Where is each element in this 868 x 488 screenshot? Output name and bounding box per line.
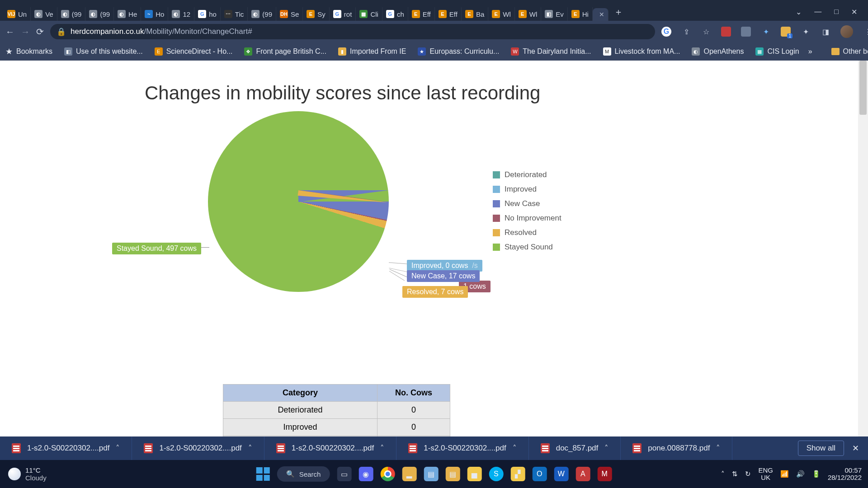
app-icon[interactable]: ▤ <box>424 467 438 481</box>
downloads-close-icon[interactable]: ✕ <box>852 443 859 453</box>
download-item[interactable]: 1-s2.0-S00220302....pdf˄ <box>396 436 528 460</box>
extension-icon[interactable]: 1 <box>781 27 791 37</box>
browser-tab[interactable]: ~Ho <box>141 7 168 21</box>
weather-cond: Cloudy <box>25 474 47 482</box>
task-view-icon[interactable]: ▭ <box>337 467 351 481</box>
browser-tab[interactable]: EWl <box>488 7 515 21</box>
browser-tab[interactable]: ESy <box>303 7 330 21</box>
legend-swatch <box>493 171 500 178</box>
word-icon[interactable]: W <box>554 467 568 481</box>
extension-icon[interactable] <box>721 27 731 37</box>
bookmark-item[interactable]: ◧Use of this website... <box>64 47 143 56</box>
download-item[interactable]: 1-s2.0-S00220302....pdf˄ <box>264 436 396 460</box>
bookmark-star-icon[interactable]: ☆ <box>701 27 711 37</box>
chevron-up-icon[interactable]: ˄ <box>604 444 609 453</box>
extension-icon[interactable] <box>741 27 751 37</box>
chevron-up-icon[interactable]: ˄ <box>380 444 384 453</box>
skype-icon[interactable]: S <box>489 467 503 481</box>
taskbar-clock[interactable]: 00:5728/12/2022 <box>828 467 862 482</box>
sticky-notes-icon[interactable]: ▅ <box>467 467 481 481</box>
chevron-up-icon[interactable]: ˄ <box>513 444 517 453</box>
browser-tab[interactable]: EWl <box>515 7 542 21</box>
sidepanel-icon[interactable]: ◨ <box>821 27 830 37</box>
download-item[interactable]: 1-s2.0-S00220302....pdf˄ <box>0 436 132 460</box>
browser-tab[interactable]: EHi <box>568 7 593 21</box>
nav-back-button[interactable]: ← <box>5 27 14 37</box>
chevron-up-icon[interactable]: ˄ <box>116 444 120 453</box>
acrobat-icon[interactable]: A <box>576 467 590 481</box>
tray-icon[interactable]: ⇅ <box>732 470 738 478</box>
browser-tab[interactable]: Grot <box>330 7 356 21</box>
browser-tab[interactable]: EEff <box>408 7 435 21</box>
vertical-scrollbar[interactable] <box>858 61 868 488</box>
wifi-icon[interactable]: 📶 <box>780 470 789 478</box>
app-icon[interactable]: ▤ <box>445 467 460 481</box>
chevron-up-icon[interactable]: ˄ <box>248 444 252 453</box>
language-indicator[interactable]: ENGUK <box>758 467 773 482</box>
browser-tab[interactable]: Gho <box>194 7 221 21</box>
close-tab-icon[interactable]: ✕ <box>599 11 604 18</box>
browser-tab[interactable]: ◐He <box>114 7 141 21</box>
bookmark-item[interactable]: ▮Imported From IE <box>338 47 406 56</box>
browser-tab[interactable]: ◐(99 <box>57 7 86 21</box>
window-minimize-button[interactable]: — <box>814 8 821 16</box>
browser-tab[interactable]: VIJUn <box>4 7 31 21</box>
browser-tab[interactable]: ⋯Tic <box>221 7 248 21</box>
bookmark-item[interactable]: ❖Front page British C... <box>244 47 326 56</box>
battery-icon[interactable]: 🔋 <box>812 470 821 478</box>
pdf-icon <box>276 443 285 453</box>
bookmarks-overflow-icon[interactable]: » <box>808 47 812 56</box>
download-item[interactable]: doc_857.pdf˄ <box>529 436 621 460</box>
taskbar-search[interactable]: 🔍Search <box>277 466 330 482</box>
mendeley-icon[interactable]: M <box>597 467 612 481</box>
chrome-icon[interactable] <box>380 467 395 481</box>
bookmark-item[interactable]: ▦CIS Login <box>755 47 799 56</box>
extension-icon[interactable]: ✦ <box>761 27 771 37</box>
browser-tab[interactable]: EEff <box>435 7 462 21</box>
url-input[interactable]: 🔒 herdcompanion.co.uk/Mobility/Monitor/C… <box>50 24 655 39</box>
outlook-icon[interactable]: O <box>532 467 547 481</box>
bookmark-item[interactable]: EScienceDirect - Ho... <box>155 47 233 56</box>
nav-forward-button[interactable]: → <box>21 27 30 37</box>
file-explorer-icon[interactable]: ▂ <box>402 467 416 481</box>
tabs-dropdown-icon[interactable]: ⌄ <box>796 8 802 16</box>
bookmark-item[interactable]: ◐OpenAthens <box>692 47 744 56</box>
browser-tab[interactable]: EBa <box>462 7 488 21</box>
chrome-menu-icon[interactable]: ⋮ <box>863 27 868 37</box>
downloads-show-all-button[interactable]: Show all <box>798 441 844 456</box>
browser-tab[interactable]: ◧Ev <box>541 7 568 21</box>
browser-tab[interactable]: ▦Cli <box>356 7 382 21</box>
browser-tab[interactable]: ◐(99 <box>85 7 114 21</box>
app-icon[interactable]: ▞ <box>510 467 525 481</box>
other-bookmarks-button[interactable]: Other bookmarks <box>831 47 868 56</box>
browser-tab[interactable]: ◐12 <box>168 7 194 21</box>
chevron-up-icon[interactable]: ˄ <box>716 444 720 453</box>
google-account-icon[interactable]: G <box>661 27 671 37</box>
app-icon[interactable]: ◉ <box>359 467 373 481</box>
tray-icon[interactable]: ↻ <box>745 470 751 478</box>
download-item[interactable]: 1-s2.0-S00220302....pdf˄ <box>132 436 264 460</box>
table-cell-category: Improved <box>223 419 377 436</box>
bookmark-item[interactable]: WThe Dairyland Initia... <box>511 47 591 56</box>
browser-tab[interactable]: ◐Ve <box>31 7 57 21</box>
window-close-button[interactable]: ✕ <box>851 8 857 16</box>
tray-overflow-icon[interactable]: ˄ <box>721 470 725 478</box>
nav-reload-button[interactable]: ⟳ <box>36 26 44 37</box>
bookmark-item[interactable]: ★Europass: Curriculu... <box>418 47 499 56</box>
extensions-menu-icon[interactable]: ✦ <box>801 27 811 37</box>
tab-favicon: ◐ <box>34 10 42 18</box>
share-icon[interactable]: ⇪ <box>681 27 691 37</box>
taskbar-weather[interactable]: 11°C Cloudy <box>0 466 55 482</box>
browser-tab[interactable]: DHSe <box>276 7 303 21</box>
browser-tab[interactable]: ◐(99 <box>248 7 276 21</box>
download-item[interactable]: pone.0088778.pdf˄ <box>621 436 732 460</box>
window-maximize-button[interactable]: □ <box>834 8 839 16</box>
bookmark-item[interactable]: ★Bookmarks <box>5 47 52 56</box>
new-tab-button[interactable]: ＋ <box>609 3 628 21</box>
start-button[interactable] <box>256 467 270 481</box>
volume-icon[interactable]: 🔊 <box>796 470 805 478</box>
browser-tab[interactable]: Gch <box>382 7 408 21</box>
profile-avatar[interactable] <box>840 25 853 38</box>
bookmark-item[interactable]: MLivestock from MA... <box>603 47 680 56</box>
browser-tab-active[interactable]: ✕ <box>593 8 609 21</box>
